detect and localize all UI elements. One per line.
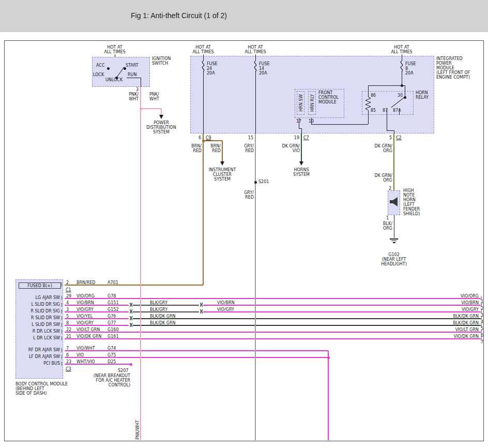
dk-grn-org-label-1: DK GRN/ ORG: [375, 144, 392, 153]
pci-bus-label: PCI BUS: [43, 361, 60, 366]
unlock-label: UNLOCK: [105, 78, 123, 82]
circuit-g77: G77: [108, 321, 116, 325]
pin-bracket: ): [480, 323, 482, 327]
bcm-pin-3: 3: [66, 307, 69, 312]
pin-bracket: ): [480, 303, 482, 307]
s201-label: S201: [258, 180, 269, 184]
dk-grn-org-down: [393, 133, 394, 190]
bcm-pin-7: 7: [66, 346, 69, 351]
connector-c3: C3: [66, 367, 71, 371]
pnk-branch: [141, 108, 161, 109]
lf-dr-ajar-sw-label: LF DR AJAR SW: [29, 354, 60, 359]
fuse-14-label: FUSE 14 20A: [259, 62, 270, 76]
dk-grn-vio-down: [301, 133, 302, 161]
wire-vio-yel: VIO/YEL: [77, 314, 93, 319]
power-distribution-system: POWER DISTRIBUTION SYSTEM: [146, 121, 176, 135]
relay86-stub: [368, 85, 369, 97]
fused-b-plus-label: FUSED B(+): [27, 283, 52, 288]
wire-vio-gry-1: VIO/GRY: [77, 307, 94, 312]
bcm-pin-29: 29: [66, 294, 71, 298]
fuse-14-symbol: [252, 61, 258, 71]
ignition-switch-label: IGNITION SWITCH: [152, 56, 171, 66]
horn-symbol: [389, 197, 399, 207]
row-5b: [133, 318, 481, 319]
l-slid-dr-sig-label: L SLID DR SIG: [32, 302, 60, 307]
dk-grn-org-label-2: DK GRN/ ORG: [375, 173, 392, 183]
inline-connector-3: )(: [129, 309, 133, 314]
relay-pin-85: 85: [371, 108, 376, 113]
pin-bracket: ): [60, 348, 63, 353]
wire-wht-vio: WHT/VIO: [77, 360, 95, 364]
wire-brn-red: BRN/RED: [77, 280, 96, 285]
right-blk-dk-grn-2: BLK/DK GRN: [453, 321, 479, 325]
s207-note: (NEAR BREAKOUT FOR A/C HEATER CONTROL): [94, 374, 130, 387]
relay-pin-86: 86: [371, 93, 376, 98]
horns-system: HORNS SYSTEM: [293, 168, 310, 177]
high-note-horn-label: HIGH NOTE HORN (LEFT FENDER SHIELD): [403, 188, 420, 216]
right-vio-gry: VIO/GRY: [462, 307, 479, 312]
connector-c7: C7: [303, 136, 309, 140]
mid-blk-gry-2: BLK/GRY: [150, 307, 167, 312]
relay-feed-junction: [401, 84, 403, 87]
diagram-canvas: HOT AT ALL TIMESHOT AT ALL TIMESHOT AT A…: [0, 0, 488, 448]
brn-red-label-1: BRN/ RED: [191, 144, 202, 153]
horn-pin-2: 2: [389, 186, 391, 191]
brn-red-label-2: BRN/ RED: [210, 144, 221, 153]
fcm-label: FRONT CONTROL MODULE: [318, 91, 339, 104]
fuse-24-symbol: [200, 61, 206, 71]
arrow-instrument-cluster: [220, 161, 224, 166]
lock-label: LOCK: [93, 72, 104, 77]
row-7: [65, 350, 328, 351]
relay30-stub: [405, 85, 405, 97]
figure-page: Fig 1: Anti-theft Circuit (1 of 2) HOT A…: [0, 0, 488, 448]
relay-pin-30: 30: [398, 93, 403, 98]
dk-grn-vio-label: DK GRN/ VIO: [282, 144, 300, 153]
inline-connector-5: )(: [129, 316, 133, 321]
blk-org-label: BLK/ ORG: [383, 221, 392, 231]
bcm-pin-21: 21: [66, 334, 71, 339]
run-to-pin: [127, 78, 141, 78]
inline-connector-6: )(: [129, 323, 133, 327]
bcm-pin-23: 23: [66, 360, 71, 364]
brn-branch: [203, 140, 222, 141]
wire-vio-dk-grn: VIO/DK GRN: [77, 334, 102, 339]
connector-c1: C1: [66, 288, 71, 292]
pin-bracket: ): [480, 336, 482, 341]
pin-bracket: ): [60, 355, 63, 360]
pin-bracket: ): [480, 316, 482, 321]
g102-label: G102 (NEAR LEFT HEADLIGHT): [381, 252, 407, 266]
fuse-8-label: FUSE 8 20A: [405, 62, 416, 76]
pnk-wht-label-1: PNK/ WHT: [129, 92, 139, 101]
row-8b: [133, 325, 481, 326]
g102-ground-symbol-bar: [391, 241, 396, 242]
pnk-wht-label-2: PNK/ WHT: [149, 92, 159, 101]
hrn-rly-label: HRN RLY: [310, 94, 315, 112]
bcm-pin-4: 4: [66, 301, 69, 305]
ipm-pin-19: 19: [294, 136, 299, 140]
fuse24-down: [203, 71, 204, 133]
l-dr-lck-sw-label: L DR LCK SW: [33, 336, 60, 340]
pin-bracket: ): [60, 309, 63, 314]
row-29: [65, 298, 481, 299]
s207-label: S207: [118, 368, 128, 373]
pin-bracket: ): [480, 296, 482, 301]
ipm-pin-6: 6: [199, 136, 201, 140]
horn-relay-label: HORN RELAY: [416, 91, 429, 100]
bcm-pin-5: 5: [66, 314, 69, 319]
wire-vio: VIO: [77, 353, 84, 357]
fuse-8-symbol: [399, 61, 405, 71]
wire-vio-lt-grn: VIO/LT GRN: [77, 327, 100, 332]
pnk-branch-junction: [140, 108, 142, 110]
inline-connector-1: )(: [129, 303, 133, 307]
vio-corner-junction: [327, 356, 330, 359]
wire-vio-org: VIO/ORG: [77, 294, 95, 298]
pnk-wht-vertical-label: PNK/WHT: [135, 420, 140, 440]
ipm-pin-15: 15: [248, 136, 253, 140]
circuit-g74: G74: [108, 346, 116, 351]
circuit-g152: G152: [108, 307, 118, 312]
pin-bracket: ): [60, 336, 63, 341]
pin87-jog: [387, 130, 394, 131]
hrn-sw-label: HRN SW: [299, 94, 303, 111]
circuit-g160: G160: [108, 327, 118, 332]
pin-bracket: ): [60, 296, 63, 301]
